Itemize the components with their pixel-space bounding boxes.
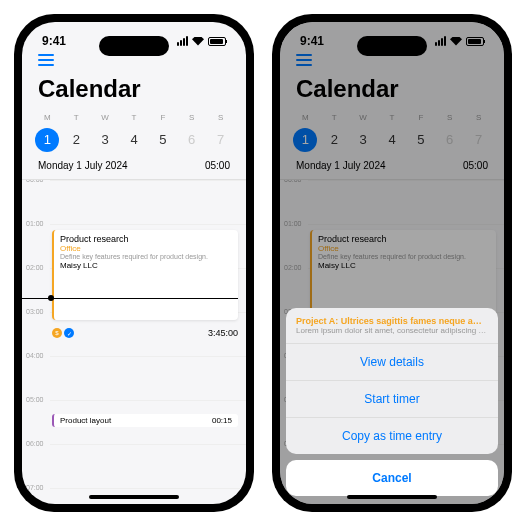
hour-label: 02:00 <box>26 264 44 271</box>
selected-date: Monday 1 July 2024 <box>38 160 128 171</box>
event2-title: Product layout <box>60 416 111 425</box>
event2-dur: 00:15 <box>212 416 232 425</box>
day-4[interactable]: 4 <box>122 128 146 152</box>
cancel-button[interactable]: Cancel <box>286 460 498 496</box>
day-header: S <box>207 113 234 122</box>
day-7[interactable]: 7 <box>209 128 233 152</box>
hour-label: 04:00 <box>26 352 44 359</box>
day-3[interactable]: 3 <box>93 128 117 152</box>
day-1[interactable]: 1 <box>35 128 59 152</box>
page-title: Calendar <box>22 75 246 113</box>
hour-label: 06:00 <box>26 440 44 447</box>
notch <box>357 36 427 56</box>
view-details-button[interactable]: View details <box>286 344 498 381</box>
battery-icon <box>208 37 226 46</box>
day-header: T <box>121 113 148 122</box>
start-timer-button[interactable]: Start timer <box>286 381 498 418</box>
event-desc: Define key features required for product… <box>60 253 232 260</box>
cellular-icon <box>177 36 188 46</box>
phone-right: 9:41 Calendar M1 T2 W3 T4 F5 S6 S7 Monda… <box>272 14 512 512</box>
sheet-header: Project A: Ultrices sagittis fames neque… <box>286 308 498 344</box>
day-2[interactable]: 2 <box>64 128 88 152</box>
event-duration: 3:45:00 <box>208 328 238 338</box>
wifi-icon <box>192 37 204 46</box>
phone-left: 9:41 Calendar M1 T2 W3 T4 F5 S6 S7 Monda… <box>14 14 254 512</box>
day-header: F <box>149 113 176 122</box>
sheet-desc: Lorem ipsum dolor sit amet, consectetur … <box>296 326 488 335</box>
now-indicator <box>22 298 238 299</box>
event-company: Maisy LLC <box>60 261 232 270</box>
notch <box>99 36 169 56</box>
event-title: Product research <box>60 234 232 244</box>
day-6[interactable]: 6 <box>180 128 204 152</box>
action-sheet: Project A: Ultrices sagittis fames neque… <box>286 308 498 496</box>
screen: 9:41 Calendar M1 T2 W3 T4 F5 S6 S7 Monda… <box>22 22 246 504</box>
badge-icons: $ ✓ <box>52 328 74 338</box>
sheet-title: Project A: Ultrices sagittis fames neque… <box>296 316 488 326</box>
day-header: W <box>92 113 119 122</box>
event-footer: $ ✓ 3:45:00 <box>52 328 238 338</box>
hour-label: 07:00 <box>26 484 44 491</box>
hour-label: 00:00 <box>26 180 44 183</box>
event-product-layout[interactable]: Product layout 00:15 <box>52 414 238 427</box>
home-indicator[interactable] <box>89 495 179 499</box>
week-row: M1 T2 W3 T4 F5 S6 S7 <box>22 113 246 152</box>
copy-time-entry-button[interactable]: Copy as time entry <box>286 418 498 454</box>
dollar-icon: $ <box>52 328 62 338</box>
date-line: Monday 1 July 2024 05:00 <box>22 152 246 180</box>
event-office: Office <box>60 244 232 253</box>
hour-label: 05:00 <box>26 396 44 403</box>
hour-label: 01:00 <box>26 220 44 227</box>
home-indicator[interactable] <box>347 495 437 499</box>
event-product-research[interactable]: Product research Office Define key featu… <box>52 230 238 320</box>
day-header: T <box>63 113 90 122</box>
check-icon: ✓ <box>64 328 74 338</box>
day-header: M <box>34 113 61 122</box>
status-time: 9:41 <box>42 34 66 48</box>
total-time: 05:00 <box>205 160 230 171</box>
timeline[interactable]: 00:00 01:00 02:00 03:00 04:00 05:00 06:0… <box>22 180 246 504</box>
status-icons <box>177 36 226 46</box>
day-5[interactable]: 5 <box>151 128 175 152</box>
day-header: S <box>178 113 205 122</box>
hour-label: 03:00 <box>26 308 44 315</box>
screen: 9:41 Calendar M1 T2 W3 T4 F5 S6 S7 Monda… <box>280 22 504 504</box>
